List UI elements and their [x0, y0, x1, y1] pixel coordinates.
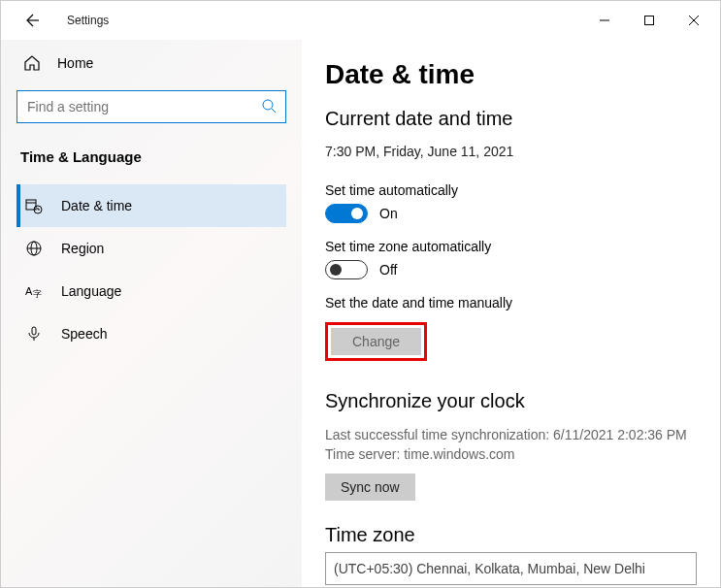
minimize-button[interactable] [582, 6, 627, 35]
auto-time-toggle[interactable] [325, 204, 368, 223]
date-time-icon [24, 196, 44, 215]
tz-dropdown[interactable]: (UTC+05:30) Chennai, Kolkata, Mumbai, Ne… [325, 552, 697, 585]
nav-item-label: Date & time [61, 198, 132, 213]
section-title: Time & Language [20, 148, 286, 165]
region-icon [24, 239, 44, 258]
auto-tz-state: Off [379, 262, 397, 278]
back-button[interactable] [16, 6, 46, 35]
auto-tz-toggle[interactable] [325, 260, 368, 279]
window-controls [582, 6, 716, 35]
nav-date-time[interactable]: Date & time [16, 184, 286, 227]
window-title: Settings [67, 14, 109, 27]
svg-rect-16 [32, 327, 36, 335]
svg-point-4 [263, 100, 273, 110]
nav-speech[interactable]: Speech [16, 312, 286, 355]
tz-value: (UTC+05:30) Chennai, Kolkata, Mumbai, Ne… [334, 561, 645, 576]
svg-text:字: 字 [33, 289, 42, 299]
nav-item-label: Speech [61, 326, 107, 342]
svg-rect-1 [645, 16, 654, 25]
nav-item-label: Language [61, 283, 121, 299]
change-highlight: Change [325, 322, 427, 361]
change-button[interactable]: Change [331, 328, 421, 355]
current-datetime: 7:30 PM, Friday, June 11, 2021 [325, 144, 697, 159]
search-box[interactable] [16, 90, 286, 123]
sync-server: Time server: time.windows.com [325, 445, 697, 465]
home-label: Home [57, 55, 93, 71]
sync-now-button[interactable]: Sync now [325, 474, 415, 501]
back-arrow-icon [23, 13, 39, 28]
home-icon [22, 53, 42, 73]
tz-heading: Time zone [325, 524, 697, 546]
sync-heading: Synchronize your clock [325, 390, 697, 412]
sidebar: Home Time & Language Date & time Region … [1, 40, 302, 587]
close-button[interactable] [672, 6, 716, 35]
sync-last: Last successful time synchronization: 6/… [325, 426, 697, 445]
nav-item-label: Region [61, 241, 104, 256]
current-date-heading: Current date and time [325, 108, 697, 130]
search-icon [262, 99, 276, 115]
nav-language[interactable]: A字 Language [16, 270, 286, 312]
home-link[interactable]: Home [16, 40, 286, 90]
titlebar: Settings [1, 1, 720, 40]
auto-tz-label: Set time zone automatically [325, 239, 697, 254]
nav-region[interactable]: Region [16, 227, 286, 270]
search-input[interactable] [27, 99, 262, 114]
svg-line-5 [272, 109, 276, 113]
auto-time-label: Set time automatically [325, 182, 697, 198]
language-icon: A字 [24, 281, 44, 301]
speech-icon [24, 324, 44, 343]
manual-label: Set the date and time manually [325, 295, 697, 310]
auto-time-state: On [379, 206, 398, 221]
page-title: Date & time [325, 59, 697, 90]
maximize-button[interactable] [627, 6, 672, 35]
content-pane: Date & time Current date and time 7:30 P… [302, 40, 720, 587]
svg-text:A: A [25, 285, 33, 297]
